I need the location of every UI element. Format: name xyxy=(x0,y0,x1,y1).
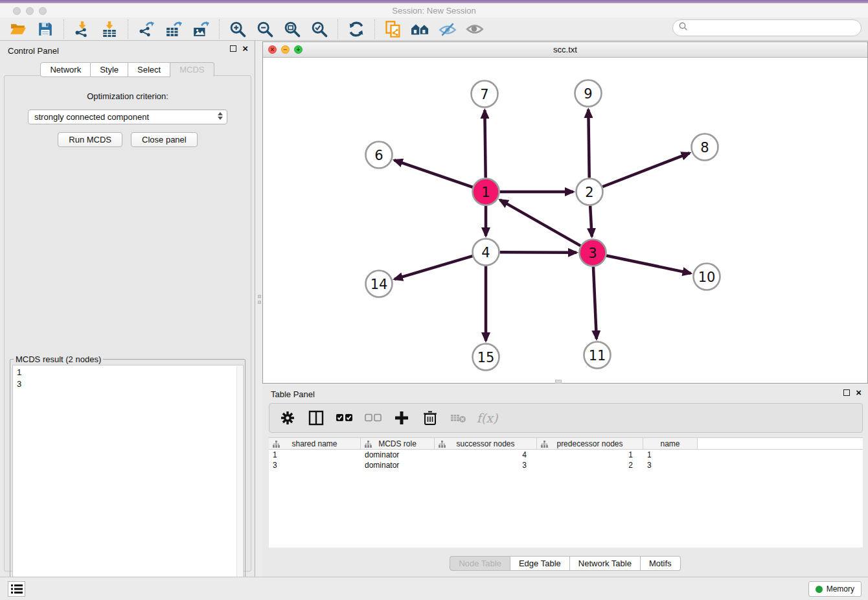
select-all-icon[interactable] xyxy=(336,409,354,427)
graph-node-3[interactable]: 3 xyxy=(580,240,606,266)
table-cell[interactable]: 3 xyxy=(269,460,361,470)
zoom-in-icon[interactable] xyxy=(227,19,248,39)
table-cell[interactable]: 3 xyxy=(435,460,537,470)
tab-edge-table[interactable]: Edge Table xyxy=(510,556,570,571)
column-header-shared-name[interactable]: shared name xyxy=(269,438,361,449)
column-header-name[interactable]: name xyxy=(643,438,698,449)
export-table-icon[interactable] xyxy=(163,19,184,39)
add-column-icon[interactable] xyxy=(393,409,411,427)
graph-edge-3-1[interactable] xyxy=(500,200,581,246)
task-history-button[interactable] xyxy=(8,581,25,597)
table-cell[interactable]: 1 xyxy=(269,450,361,460)
main-toolbar xyxy=(0,17,868,41)
network-canvas[interactable]: 7968124314101511 xyxy=(263,58,867,382)
graph-node-7[interactable]: 7 xyxy=(472,81,498,108)
tab-node-table[interactable]: Node Table xyxy=(450,556,510,571)
search-input[interactable] xyxy=(672,19,862,36)
status-bar: Memory xyxy=(0,577,868,600)
graph-node-9[interactable]: 9 xyxy=(575,80,602,107)
export-image-icon[interactable] xyxy=(190,19,211,39)
tab-select[interactable]: Select xyxy=(128,62,170,77)
network-view-window: × − + scc.txt 7968124314101511 xyxy=(262,41,868,384)
network-window-titlebar[interactable]: × − + scc.txt xyxy=(263,42,867,58)
table-cell[interactable]: 3 xyxy=(643,460,698,470)
function-icon[interactable]: f(x) xyxy=(478,409,496,427)
graph-node-6[interactable]: 6 xyxy=(366,142,393,168)
column-header-MCDS-role[interactable]: MCDS role xyxy=(361,438,435,449)
zoom-fit-icon[interactable] xyxy=(282,19,303,39)
graph-edge-3-10[interactable] xyxy=(606,255,691,273)
show-graphics-eye-icon[interactable] xyxy=(464,19,485,39)
graph-edge-2-9[interactable] xyxy=(588,110,589,178)
window-titlebar: Session: New Session xyxy=(0,3,868,17)
split-view-icon[interactable] xyxy=(307,409,325,427)
table-cell[interactable]: 1 xyxy=(643,450,698,460)
table-toolbar: f(x) xyxy=(269,403,863,433)
table-cell[interactable]: dominator xyxy=(361,450,435,460)
graph-edge-1-7[interactable] xyxy=(485,110,485,178)
svg-text:6: 6 xyxy=(374,148,383,163)
graph-edge-4-14[interactable] xyxy=(394,256,472,279)
graph-edge-3-11[interactable] xyxy=(593,266,597,339)
graph-node-1[interactable]: 1 xyxy=(473,179,499,205)
table-cell[interactable]: 4 xyxy=(435,450,537,460)
gear-icon[interactable] xyxy=(279,409,297,427)
import-table-icon[interactable] xyxy=(99,19,120,39)
tab-mcds[interactable]: MCDS xyxy=(170,62,214,77)
graph-node-4[interactable]: 4 xyxy=(473,239,499,266)
graph-edge-2-3[interactable] xyxy=(590,205,592,237)
clone-network-icon[interactable] xyxy=(383,19,404,39)
graph-edge-1-6[interactable] xyxy=(394,160,473,187)
optimization-dropdown-value: strongly connected component xyxy=(34,112,149,122)
deselect-all-icon[interactable] xyxy=(364,409,382,427)
close-table-panel-icon[interactable]: × xyxy=(856,389,862,396)
table-row[interactable]: 3dominator323 xyxy=(269,460,863,470)
mcds-result-text[interactable]: 1 3 xyxy=(12,365,244,600)
optimization-dropdown[interactable]: strongly connected component xyxy=(28,110,227,124)
table-row[interactable]: 1dominator411 xyxy=(269,450,863,460)
network-resize-handle[interactable] xyxy=(555,380,562,384)
close-panel-button[interactable]: Close panel xyxy=(131,132,198,147)
close-panel-icon[interactable]: × xyxy=(242,45,248,52)
tab-motifs[interactable]: Motifs xyxy=(641,556,681,571)
delete-table-icon[interactable] xyxy=(450,409,468,427)
column-header-successor-nodes[interactable]: successor nodes xyxy=(435,438,537,449)
save-session-icon[interactable] xyxy=(35,19,56,39)
float-panel-icon[interactable] xyxy=(230,45,236,52)
zoom-selected-icon[interactable] xyxy=(309,19,330,39)
app-window: Session: New Session xyxy=(0,0,868,600)
graph-edge-2-8[interactable] xyxy=(602,153,690,187)
graph-node-8[interactable]: 8 xyxy=(692,134,718,161)
hide-details-eye-icon[interactable] xyxy=(437,19,458,39)
float-table-panel-icon[interactable] xyxy=(843,389,850,396)
column-header-predecessor-nodes[interactable]: predecessor nodes xyxy=(537,438,643,449)
svg-text:7: 7 xyxy=(480,87,488,102)
mcds-result-group: MCDS result (2 nodes) 1 3 xyxy=(10,359,246,600)
graph-node-11[interactable]: 11 xyxy=(584,342,611,369)
layout-icon[interactable] xyxy=(410,19,431,39)
tab-network[interactable]: Network xyxy=(40,62,91,77)
delete-column-icon[interactable] xyxy=(421,409,439,427)
run-mcds-button[interactable]: Run MCDS xyxy=(58,132,122,147)
panel-splitter-handle[interactable] xyxy=(257,295,261,308)
memory-status-icon xyxy=(816,586,823,593)
open-file-icon[interactable] xyxy=(8,19,29,39)
memory-button[interactable]: Memory xyxy=(808,581,862,597)
zoom-out-icon[interactable] xyxy=(255,19,275,39)
graph-node-2[interactable]: 2 xyxy=(577,179,603,205)
graph-node-15[interactable]: 15 xyxy=(473,344,499,371)
table-cell[interactable]: dominator xyxy=(361,460,435,470)
table-cell[interactable]: 1 xyxy=(537,450,643,460)
result-scrollbar[interactable] xyxy=(236,366,242,600)
tab-network-table[interactable]: Network Table xyxy=(570,556,641,571)
graph-node-14[interactable]: 14 xyxy=(366,271,393,297)
table-cell[interactable]: 2 xyxy=(537,460,643,470)
graph-node-10[interactable]: 10 xyxy=(694,264,720,290)
refresh-icon[interactable] xyxy=(346,19,367,39)
window-title: Session: New Session xyxy=(0,6,868,16)
import-network-icon[interactable] xyxy=(72,19,93,39)
export-network-icon[interactable] xyxy=(136,19,157,39)
svg-text:4: 4 xyxy=(481,245,490,260)
tab-style[interactable]: Style xyxy=(91,62,128,77)
graph-edge-4-3[interactable] xyxy=(499,252,577,253)
